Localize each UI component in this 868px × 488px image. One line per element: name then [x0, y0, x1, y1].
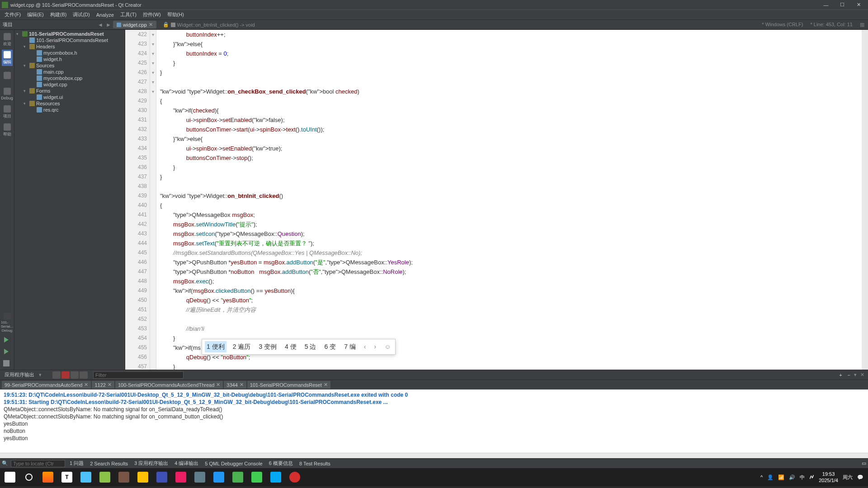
ime-candidate-3[interactable]: 3 变例 [257, 341, 278, 352]
menu-tools[interactable]: 工具(T) [118, 10, 139, 19]
task-app-icon[interactable] [286, 469, 304, 485]
fold-gutter[interactable]: ▾▾▾▾▾▾▾ [150, 30, 156, 370]
task-explorer-icon[interactable] [134, 469, 152, 485]
sidebar-kit-selector[interactable]: 101-Serial...Debug [2, 313, 13, 333]
task-wechat-icon[interactable] [229, 469, 247, 485]
tree-headers-folder[interactable]: ▾Headers [15, 43, 124, 50]
status-search-results[interactable]: 2 Search Results [88, 461, 130, 466]
sidebar-projects[interactable]: 项目 [2, 104, 13, 120]
task-app-icon[interactable] [172, 469, 190, 485]
tray-chevron-icon[interactable]: ^ [760, 474, 763, 480]
tray-network-icon[interactable]: 📶 [778, 474, 784, 480]
project-dropdown[interactable]: 项目 [0, 21, 95, 28]
build-button[interactable] [2, 359, 11, 368]
ime-candidate-popup[interactable]: 1 便利 2 遍历 3 变例 4 便 5 边 6 变 7 编 ‹ › ☺ [202, 339, 396, 355]
status-app-output[interactable]: 3 应用程序输出 [132, 460, 170, 467]
editor-scrollbar[interactable] [862, 30, 868, 370]
task-app-icon[interactable] [115, 469, 133, 485]
ime-prev-icon[interactable]: ‹ [362, 342, 368, 352]
sidebar-design[interactable] [2, 68, 13, 84]
output-stop-icon[interactable] [61, 371, 70, 379]
ime-candidate-7[interactable]: 7 编 [342, 341, 358, 352]
menu-file[interactable]: 文件(F) [2, 10, 24, 19]
tray-people-icon[interactable]: 👤 [767, 474, 774, 480]
ime-next-icon[interactable]: › [372, 342, 378, 352]
status-locate-icon[interactable]: 🔍 [2, 460, 8, 466]
encoding-indicator[interactable]: * Windows (CRLF) [762, 22, 803, 28]
breadcrumb[interactable]: 🔒 Widget::on_btnInit_clicked() -> void [163, 22, 255, 28]
output-settings-icon[interactable] [80, 371, 88, 379]
minimize-button[interactable]: — [818, 1, 834, 9]
sidebar-welcome[interactable]: 欢迎 [2, 32, 13, 48]
task-app-icon[interactable] [96, 469, 114, 485]
tree-forms-folder[interactable]: ▾Forms [15, 88, 124, 94]
task-app-icon[interactable] [210, 469, 228, 485]
cursor-position[interactable]: * Line: 453, Col: 11 [810, 22, 853, 28]
debug-run-button[interactable] [2, 347, 11, 356]
status-qml-console[interactable]: 5 QML Debugger Console [203, 461, 264, 466]
tab-next-icon[interactable]: ► [105, 21, 112, 28]
menu-analyze[interactable]: Analyze [94, 11, 117, 19]
tree-sources-folder[interactable]: ▾Sources [15, 62, 124, 69]
run-button[interactable] [2, 335, 11, 344]
task-app-icon[interactable] [191, 469, 209, 485]
file-tab-widget-cpp[interactable]: widget.cpp ✕ [113, 21, 156, 28]
status-compile-output[interactable]: 4 编译输出 [173, 460, 200, 467]
tray-volume-icon[interactable]: 🔊 [789, 474, 795, 480]
output-tab[interactable]: 1122✕ [92, 381, 114, 389]
ime-candidate-2[interactable]: 2 遍历 [231, 341, 253, 352]
tray-battery-icon[interactable]: 🗲 [809, 474, 814, 480]
ime-emoji-icon[interactable]: ☺ [382, 342, 392, 352]
task-app-icon[interactable] [153, 469, 171, 485]
output-run-icon[interactable] [52, 371, 61, 379]
ime-candidate-6[interactable]: 6 变 [322, 341, 338, 352]
menu-edit[interactable]: 编辑(E) [24, 10, 47, 19]
output-tab[interactable]: 99-SerialPROCommandsAutoSend✕ [2, 381, 91, 389]
file-tab-close-icon[interactable]: ✕ [149, 22, 153, 28]
code-editor[interactable]: 4224234244254264274284294304314324334344… [125, 30, 868, 370]
tree-header-file[interactable]: mycombobox.h [15, 50, 124, 56]
status-test-results[interactable]: 8 Test Results [297, 461, 332, 466]
status-issues[interactable]: 1 问题 [68, 460, 85, 467]
output-scrollbar[interactable] [0, 453, 868, 458]
ime-candidate-4[interactable]: 4 便 [283, 341, 298, 352]
tab-close-icon[interactable]: ✕ [108, 382, 112, 388]
ime-candidate-5[interactable]: 5 边 [303, 341, 318, 352]
menu-build[interactable]: 构建(B) [47, 10, 70, 19]
project-tree[interactable]: ▾101-SerialPROCommandsReset 101-SerialPR… [14, 30, 125, 370]
start-button[interactable] [1, 469, 19, 485]
sidebar-debug[interactable]: Debug [2, 86, 13, 102]
sidebar-edit[interactable]: 编辑 [2, 50, 13, 66]
task-qtcreator-icon[interactable] [248, 469, 266, 485]
line-number-gutter[interactable]: 4224234244254264274284294304314324334344… [125, 30, 150, 370]
output-dropdown-icon[interactable]: ▾ [39, 372, 42, 378]
close-button[interactable]: ✕ [851, 1, 866, 9]
code-area[interactable]: buttonIndex++; }"kw">else{ buttonIndex =… [156, 30, 862, 370]
split-icon[interactable]: ▥ [860, 22, 864, 28]
tree-source-file[interactable]: main.cpp [15, 69, 124, 75]
tray-ime-icon[interactable]: 中 [800, 474, 805, 481]
ime-candidate-1[interactable]: 1 便利 [205, 341, 226, 352]
tray-notifications-icon[interactable]: 周六 [843, 474, 853, 481]
task-app-icon[interactable] [267, 469, 285, 485]
tree-project-root[interactable]: ▾101-SerialPROCommandsReset [15, 31, 124, 37]
tree-header-file[interactable]: widget.h [15, 56, 124, 62]
tree-source-file[interactable]: mycombobox.cpp [15, 75, 124, 81]
maximize-button[interactable]: ☐ [835, 1, 850, 9]
locator-input[interactable] [11, 460, 65, 467]
taskbar-clock[interactable]: 19:53 2025/1/4 [819, 471, 838, 483]
sidebar-help[interactable]: 帮助 [2, 122, 13, 138]
output-attach-icon[interactable] [71, 371, 79, 379]
tree-resource-file[interactable]: res.qrc [15, 107, 124, 113]
menu-help[interactable]: 帮助(H) [165, 10, 187, 19]
tray-action-center-icon[interactable]: 💬 [857, 474, 863, 480]
task-firefox-icon[interactable] [39, 469, 57, 485]
task-search-icon[interactable] [20, 469, 38, 485]
tab-close-icon[interactable]: ✕ [84, 382, 88, 388]
status-general[interactable]: 6 概要信息 [267, 460, 295, 467]
tree-pro-file[interactable]: 101-SerialPROCommandsReset [15, 37, 124, 43]
menu-debug[interactable]: 调试(D) [70, 10, 92, 19]
tab-prev-icon[interactable]: ◄ [97, 21, 104, 28]
status-progress-icon[interactable]: ▭ [862, 460, 866, 466]
tree-source-file[interactable]: widget.cpp [15, 81, 124, 88]
